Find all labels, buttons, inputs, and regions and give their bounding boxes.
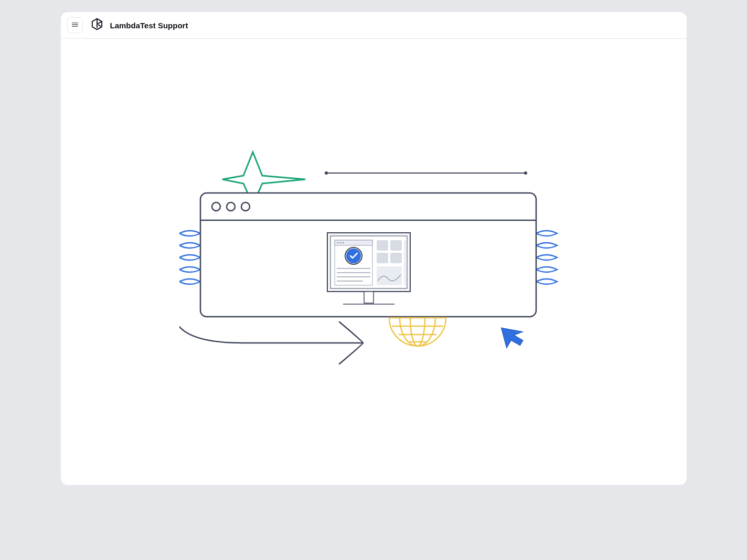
titlebar: LambdaTest Support — [61, 12, 687, 39]
svg-rect-31 — [404, 240, 406, 285]
svg-rect-27 — [390, 240, 402, 251]
spring-left-icon — [179, 231, 200, 284]
svg-point-4 — [325, 171, 328, 175]
spring-right-icon — [536, 231, 557, 284]
svg-point-5 — [524, 171, 527, 175]
cursor-icon — [501, 322, 526, 349]
svg-rect-30 — [377, 266, 402, 285]
hamburger-icon — [71, 20, 79, 30]
page-title: LambdaTest Support — [110, 21, 188, 30]
svg-rect-29 — [390, 253, 402, 263]
horizontal-line-decoration — [325, 171, 527, 175]
brand: LambdaTest Support — [90, 17, 188, 33]
svg-point-18 — [340, 242, 342, 243]
menu-button[interactable] — [67, 17, 83, 33]
hero-illustration — [179, 147, 568, 378]
svg-point-17 — [337, 242, 339, 243]
svg-rect-28 — [377, 253, 388, 263]
svg-rect-13 — [364, 292, 374, 303]
svg-point-20 — [346, 249, 361, 263]
lambdatest-logo-icon — [90, 17, 104, 33]
svg-rect-26 — [377, 240, 388, 251]
globe-icon — [389, 318, 446, 346]
arrow-icon — [179, 322, 363, 364]
app-window: LambdaTest Support — [60, 12, 687, 486]
svg-point-19 — [343, 242, 344, 243]
content-area — [61, 39, 687, 485]
